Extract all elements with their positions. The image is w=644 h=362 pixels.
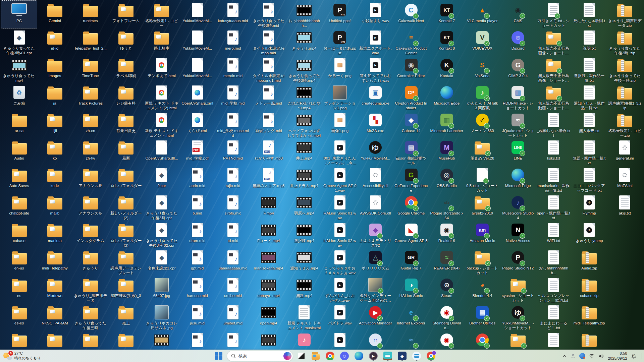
desktop-item[interactable]: KT✓Kontakt 7 [429, 1, 465, 28]
desktop-item[interactable]: ♪dram.mid [179, 221, 215, 248]
desktop-item[interactable]: ♪td.mid [215, 221, 251, 248]
desktop-item[interactable]: Fコード.mp4 [251, 221, 286, 248]
tray-overflow-chevron-icon[interactable] [562, 354, 567, 358]
desktop-item[interactable]: YukkuriMovieM... [179, 56, 215, 83]
desktop-item[interactable]: 売上 [108, 303, 144, 330]
desktop-item[interactable]: 最新 [108, 138, 144, 166]
desktop-item[interactable]: am✓Amazon Music [465, 221, 500, 248]
desktop-item[interactable]: YukkuriMovieM... [179, 1, 215, 28]
desktop-item[interactable]: ▦✓Minecraft Launcher [429, 111, 465, 138]
desktop-item[interactable]: ♪aorin.mid [179, 166, 215, 193]
desktop-item[interactable]: 路上駐車 [144, 28, 179, 56]
desktop-item[interactable]: ar-sa [1, 111, 37, 138]
desktop-item[interactable]: 新規 テキスト ドキュメント.html [144, 111, 179, 138]
desktop-item[interactable]: cubase [1, 221, 37, 248]
desktop-item[interactable]: ✓Microsoft Edge [500, 166, 536, 193]
desktop-item[interactable]: 選択肢.mp4 [286, 221, 322, 248]
desktop-item[interactable]: ゆ✓YukkuriMovieM... - ショートカット [500, 303, 536, 330]
taskbar-app-sphere-app[interactable] [410, 351, 423, 361]
desktop-item[interactable]: Track Pictures [72, 83, 108, 111]
desktop-item[interactable]: ◕✓Blender 4.4 [465, 276, 500, 303]
desktop-item[interactable]: zh-cn [72, 111, 108, 138]
desktop-item[interactable]: ♪b.mid [179, 193, 215, 221]
tray-app-blue-icon[interactable] [579, 353, 585, 359]
desktop-item[interactable]: ◉✓Controller Editor [393, 56, 429, 83]
taskbar-app-edge[interactable] [353, 351, 365, 361]
desktop-item[interactable]: おっhhhhhhhhhhh... [536, 248, 571, 276]
desktop-item[interactable]: ♪PVTNd.mid [215, 138, 251, 166]
start-button[interactable] [212, 351, 225, 361]
desktop-item[interactable]: ✓9.5.xlsx - ショートカット [465, 166, 500, 193]
taskbar-app-chrome-profile[interactable] [425, 351, 437, 361]
desktop-item[interactable]: ◑✓HALion Sonic [393, 276, 429, 303]
desktop-item[interactable]: きゅうり食ってた午後3時.mp4 [286, 56, 322, 83]
desktop-item[interactable]: ▥✓HDDFMT.exe - ショートカット [500, 83, 536, 111]
desktop-item[interactable]: ニコニコバックアップコード.txt [572, 166, 607, 193]
desktop-item[interactable]: P✓Piapro Studio NT2 [500, 248, 536, 276]
desktop-item[interactable]: ◉✓Reaktor 6 [429, 221, 465, 248]
desktop-item[interactable]: 井上ドラム.mp4 [286, 166, 322, 193]
desktop-item[interactable]: ✓無人販売不正行為画像 - ショートカッ... [536, 28, 571, 56]
desktop-item[interactable]: ◆9.cpr [144, 166, 179, 193]
desktop-item[interactable]: ♪タイトル未設定.tempo.mid [251, 28, 286, 56]
desktop-item[interactable]: 新規 テキスト ドキュメント (2).html [144, 83, 179, 111]
desktop-item[interactable]: ksks.txt [536, 138, 571, 166]
desktop-item[interactable]: 死にたい_ゅ歌詞.txt [572, 1, 607, 28]
desktop-item[interactable]: ♪sirofo.mid [215, 193, 251, 221]
desktop-item[interactable] [536, 330, 571, 350]
weather-widget[interactable]: 8 27°C 晴れのちくもり [0, 351, 87, 361]
desktop-item[interactable]: ◉✓CMS [500, 1, 536, 28]
desktop-item[interactable]: AWSSDK.Core.dll [358, 193, 393, 221]
desktop-item[interactable]: ♪hamusu.mid [179, 276, 215, 303]
notification-bell-icon[interactable]: z [631, 353, 637, 359]
desktop-item[interactable]: 新しいフォルダー (2) [108, 193, 144, 221]
desktop-item[interactable]: ♪タイトル未設定.tempo.orig1.mid [251, 56, 286, 83]
desktop-item[interactable]: ▶✓Activation Manager [358, 303, 393, 330]
desktop-item[interactable]: ♻ごみ箱 [1, 83, 37, 111]
taskbar-app-media-player[interactable]: ▶ [367, 351, 380, 361]
desktop-item[interactable]: ♪mid_学校.mid [215, 83, 251, 111]
desktop-item[interactable]: ✓Google Chrome [393, 193, 429, 221]
desktop-item[interactable]: NKSC_PARAM [37, 303, 72, 330]
desktop-item[interactable]: ≈✓ [393, 330, 429, 350]
desktop-item[interactable]: id-id [37, 28, 72, 56]
volume-icon[interactable] [598, 354, 604, 359]
desktop-item[interactable]: ▲✓VLC media player [465, 1, 500, 28]
desktop-item[interactable]: ◆✓ぷよぷよ™テトリス®2 [358, 221, 393, 248]
desktop-item[interactable]: OpenCvSharp.dll... [144, 138, 179, 166]
desktop-item[interactable]: ⊙✓Steam [429, 276, 465, 303]
desktop-item[interactable]: ✓backup - ショートカット [465, 248, 500, 276]
desktop-item[interactable]: Accessibility.dll [358, 166, 393, 193]
desktop-item[interactable]: きゅうり食ってた.mp4 [1, 56, 37, 83]
desktop-item[interactable]: ゆF.ymmp [572, 193, 607, 221]
desktop-item[interactable]: 新しいフォルダー [108, 166, 144, 193]
desktop-item[interactable]: _起動しない場合.txt [536, 111, 571, 138]
desktop-item[interactable]: きゅうり_調声用データ.zip [607, 1, 643, 28]
desktop-item[interactable]: ヘッドフォンはずしててよかっt.mp4 [286, 111, 322, 138]
desktop-item[interactable]: ゆYukkuriMovieM... [358, 138, 393, 166]
desktop-item[interactable]: ▤✓Epson 接続診断ツール [393, 138, 429, 166]
desktop-item[interactable]: 名称未設定1 - コピー [144, 1, 179, 28]
desktop-item[interactable]: ♪kotusytuaaus.mid [215, 1, 251, 28]
desktop-item[interactable]: アナウンス夏 [72, 166, 108, 193]
desktop-item[interactable]: ▶答え知ってでもむずいわこれ.wav [358, 56, 393, 83]
desktop-item[interactable]: 通知うぜえ.mp4 [286, 248, 322, 276]
desktop-item[interactable]: ♪MP3無題のスコア.mp3 [251, 166, 286, 193]
desktop-item[interactable]: ✓ [465, 330, 500, 350]
desktop-item[interactable]: ∩✓ [358, 330, 393, 350]
desktop-item[interactable]: ◆きゅうり食ってた午後3時-02.cpr [144, 221, 179, 248]
taskbar-app-discord[interactable]: ☺ [338, 351, 351, 361]
desktop-item[interactable]: ▚MoZA.exe [358, 111, 393, 138]
desktop-item[interactable]: ▶小銭詰まり.wav [358, 1, 393, 28]
desktop-item[interactable]: YukkuriMovieM... [179, 28, 215, 56]
desktop-item[interactable]: ♪メドレー風.mid [251, 83, 286, 111]
desktop-item[interactable]: きゅうり.mp4 [286, 28, 322, 56]
desktop-item[interactable]: M✓MuseHub [429, 138, 465, 166]
desktop-item[interactable]: ▶パズドラ.wav [322, 303, 358, 330]
desktop-item[interactable] [1, 330, 37, 350]
desktop-item[interactable]: ◆きゅうり食ってた午後3時.cpr [144, 193, 179, 221]
desktop-item[interactable]: 調声用データテンプレート [108, 248, 144, 276]
desktop-item[interactable]: ヘルスコンプレッション__歌詞.txt [536, 276, 571, 303]
desktop-item[interactable]: V✓VOICEVOX [465, 28, 500, 56]
desktop-item[interactable] [108, 330, 144, 350]
